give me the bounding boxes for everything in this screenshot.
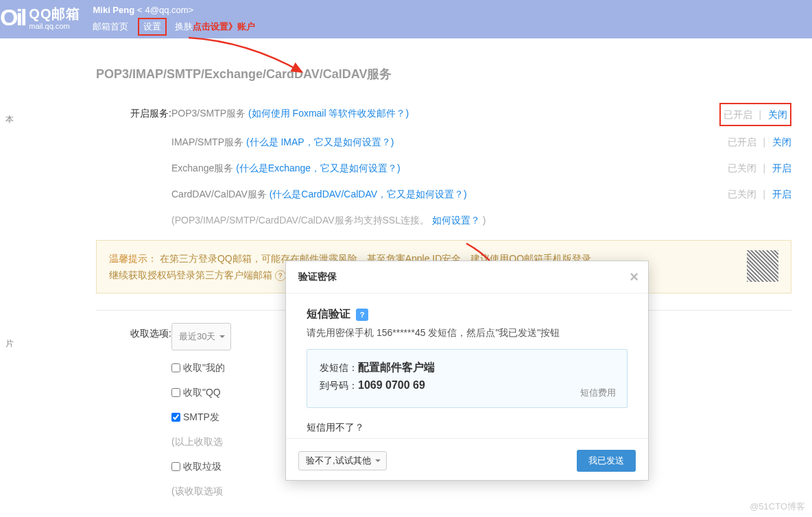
- logo: Oil QQ邮箱 mail.qq.com: [0, 4, 80, 31]
- svc-imap-action[interactable]: 关闭: [772, 136, 791, 147]
- svc-carddav: CardDAV/CalDAV服务: [171, 189, 267, 200]
- svc-carddav-status: 已关闭: [728, 189, 756, 200]
- cb-trash[interactable]: [171, 462, 180, 471]
- sms-info-box: 发短信：配置邮件客户端 到号码：1069 0700 69 短信费用: [307, 349, 628, 408]
- svc-carddav-help[interactable]: (什么是CardDAV/CalDAV，它又是如何设置？): [270, 189, 467, 200]
- nav-row: 邮箱首页 设置 换肤 点击设置》账户: [93, 18, 255, 36]
- ssl-note-b: ): [483, 215, 486, 226]
- sms-send-label: 发短信：: [320, 362, 358, 373]
- svc-imap-help[interactable]: (什么是 IMAP，它又是如何设置？): [246, 136, 394, 147]
- svc-pop3-help[interactable]: (如何使用 Foxmail 等软件收发邮件？): [248, 108, 409, 119]
- annotation-settings: 点击设置》账户: [193, 21, 255, 33]
- nav-home[interactable]: 邮箱首页: [93, 21, 128, 33]
- modal-title: 验证密保: [298, 271, 337, 282]
- ssl-note-link[interactable]: 如何设置？: [432, 215, 480, 226]
- sidebar-item[interactable]: 片: [5, 338, 21, 350]
- close-icon[interactable]: ×: [630, 268, 638, 286]
- svc-exchange-help[interactable]: (什么是Exchange，它又是如何设置？): [236, 163, 401, 173]
- receive-hint2: (该收取选项: [171, 481, 791, 501]
- svc-pop3: POP3/SMTP服务: [171, 108, 246, 119]
- svc-exchange-status: 已关闭: [728, 163, 756, 173]
- svc-exchange: Exchange服务: [171, 163, 233, 173]
- tip-label: 温馨提示：: [109, 253, 157, 264]
- cb-qq-folder[interactable]: [171, 388, 180, 397]
- confirm-sent-button[interactable]: 我已发送: [577, 450, 636, 472]
- sms-fee-link[interactable]: 短信费用: [580, 387, 616, 399]
- cb-my-folder[interactable]: [171, 363, 180, 372]
- user-name: Miki Peng: [93, 5, 134, 15]
- user-email-open: <: [137, 5, 143, 15]
- sms-to-label: 到号码：: [320, 380, 358, 391]
- qr-code: [747, 250, 778, 282]
- brand-en: mail.qq.com: [29, 22, 80, 30]
- left-sidebar: 本 片: [0, 38, 21, 517]
- sms-desc: 请先用密保手机 156******45 发短信，然后点"我已发送"按钮: [307, 327, 628, 339]
- alt-verify-select[interactable]: 验不了,试试其他: [298, 451, 387, 470]
- receive-label: 收取选项:: [96, 323, 171, 344]
- section-title: POP3/IMAP/SMTP/Exchange/CardDAV/CalDAV服务: [96, 66, 791, 82]
- sms-to-value: 1069 0700 69: [358, 379, 425, 391]
- sms-title: 短信验证: [307, 307, 350, 322]
- user-email-close: 4@qq.com>: [145, 5, 194, 15]
- verify-modal: 验证密保 × 短信验证 ? 请先用密保手机 156******45 发短信，然后…: [285, 261, 649, 481]
- svc-carddav-action[interactable]: 开启: [772, 189, 791, 200]
- svc-pop3-status: 已开启: [724, 109, 752, 120]
- svc-imap-status: 已开启: [728, 136, 756, 147]
- open-service-label: 开启服务:: [96, 103, 171, 123]
- modal-title-bar: 验证密保 ×: [286, 261, 648, 293]
- range-select[interactable]: 最近30天: [171, 323, 231, 350]
- no-sms-link[interactable]: 短信用不了？: [307, 422, 628, 434]
- svc-imap: IMAP/SMTP服务: [171, 136, 243, 147]
- shield-icon: ?: [356, 309, 368, 321]
- brand-cn: QQ邮箱: [29, 6, 80, 21]
- svc-exchange-action[interactable]: 开启: [772, 163, 791, 173]
- cb-smtp[interactable]: [171, 413, 180, 422]
- ssl-note-a: (POP3/IMAP/SMTP/CardDAV/CalDAV服务均支持SSL连接…: [171, 215, 429, 226]
- tip-line2a: 继续获取授权码登录第三方客户端邮箱: [109, 269, 275, 280]
- svc-pop3-action[interactable]: 关闭: [768, 109, 787, 120]
- sms-send-value: 配置邮件客户端: [358, 361, 435, 373]
- help-icon[interactable]: ？: [275, 270, 286, 281]
- topbar: Oil QQ邮箱 mail.qq.com Miki Peng < 4@qq.co…: [0, 0, 812, 38]
- nav-change-skin[interactable]: 换肤: [175, 21, 193, 33]
- watermark: @51CTO博客: [750, 501, 805, 513]
- logo-glyph: Oil: [0, 4, 25, 31]
- sidebar-item[interactable]: 本: [5, 114, 21, 125]
- nav-settings[interactable]: 设置: [143, 21, 161, 32]
